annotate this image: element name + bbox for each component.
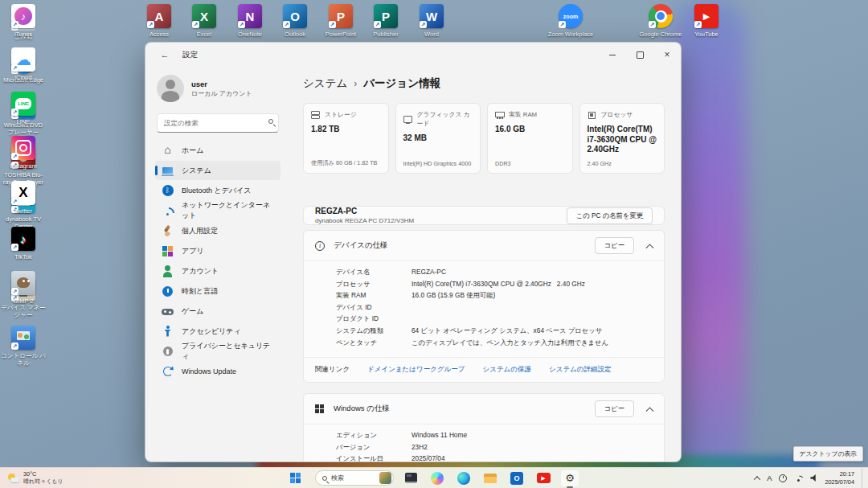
desktop-icon[interactable]: Twitter [0, 181, 47, 215]
sidebar-item[interactable]: 時刻と言語 [155, 281, 280, 301]
edge-button[interactable] [454, 470, 473, 487]
start-button[interactable] [289, 470, 308, 487]
sidebar-item-label: Bluetooth とデバイス [182, 186, 252, 196]
spec-label: ペンとタッチ [336, 338, 411, 347]
shortcut-arrow-icon [11, 153, 18, 160]
desktop-icon[interactable]: Access [136, 4, 182, 38]
desktop-icon-label: Excel [197, 31, 211, 38]
collapse-chevron-icon[interactable] [646, 408, 654, 416]
spec-value: Windows 11 Home [411, 431, 467, 439]
sidebar-item[interactable]: ゲーム [155, 301, 280, 321]
twitter-icon [11, 181, 35, 205]
windows-specs-panel: Windows の仕様 コピー エディション Windows 11 Home [303, 393, 665, 461]
sidebar-item[interactable]: プライバシーとセキュリティ [155, 342, 280, 361]
sidebar-item-label: アカウント [182, 266, 219, 277]
settings-main: システム › バージョン情報 ストレージ 1.82 TB 使用済み 60 GB … [289, 67, 681, 461]
desktop-right-icons: iTunes iCloud LINE Instagram Twitter Tik… [0, 0, 47, 488]
sidebar-item[interactable]: 個人用設定 [155, 221, 280, 240]
desktop-icon[interactable]: Publisher [362, 4, 409, 38]
desktop-icon[interactable]: Word [408, 4, 455, 38]
show-desktop-tooltip: デスクトップの表示 [793, 446, 863, 461]
shortcut-arrow-icon [147, 21, 154, 28]
desktop-icon[interactable]: YouTube [683, 4, 730, 38]
settings-search-input[interactable] [157, 113, 279, 133]
show-desktop-button[interactable] [862, 468, 865, 488]
desktop-icon[interactable]: GIMP 2 [0, 271, 47, 305]
desktop-icon[interactable]: Zoom Workplace [547, 4, 594, 38]
related-link[interactable]: システムの保護 [483, 365, 532, 375]
sidebar-item[interactable]: Bluetooth とデバイス [155, 181, 280, 200]
shortcut-arrow-icon [649, 21, 656, 28]
outlook-icon [510, 472, 523, 485]
settings-taskbar-button[interactable] [560, 470, 579, 487]
spec-card-value: 32 MB [403, 133, 473, 144]
desktop-icon[interactable]: Instagram [0, 136, 47, 170]
rename-pc-button[interactable]: この PC の名前を変更 [567, 207, 653, 224]
gear-icon [565, 472, 575, 484]
user-account[interactable]: user ローカル アカウント [155, 70, 280, 112]
line-icon [11, 92, 35, 116]
youtube-button[interactable] [534, 470, 553, 487]
desktop-icon-label: OneNote [238, 31, 262, 38]
search-icon [268, 119, 273, 124]
clock[interactable]: 20:17 2025/07/04 [825, 470, 854, 485]
device-specs-panel: デバイスの仕様 コピー デバイス名 REGZA-PC [303, 230, 665, 383]
weather-condition: 晴れ時々くもり [23, 478, 63, 485]
taskbar-center: 検索 [289, 468, 579, 488]
desktop-icon[interactable]: iCloud [0, 47, 47, 81]
spec-card: プロセッサ Intel(R) Core(TM) i7-3630QM CPU @ … [579, 103, 665, 174]
copilot-button[interactable] [428, 470, 447, 487]
weather-widget[interactable]: 30°C 晴れ時々くもり [0, 468, 72, 488]
spec-label: インストール日 [336, 454, 411, 461]
breadcrumb-separator-icon: › [354, 78, 357, 89]
sidebar-item[interactable]: アカウント [155, 261, 280, 281]
file-explorer-button[interactable] [481, 470, 500, 487]
gimp-icon [11, 271, 35, 295]
spec-card-value: 1.82 TB [311, 125, 381, 135]
desktop-icon[interactable]: LINE [0, 92, 47, 125]
maximize-button[interactable] [626, 43, 653, 67]
sidebar-item[interactable]: アプリ [155, 241, 280, 260]
related-link[interactable]: ドメインまたはワークグループ [367, 365, 465, 375]
tray-overflow-chevron-icon[interactable] [754, 476, 760, 482]
sidebar-item[interactable]: システム [155, 161, 280, 180]
desktop-icon[interactable]: OneNote [227, 4, 273, 38]
related-link[interactable]: システムの詳細設定 [549, 365, 612, 375]
breadcrumb-parent[interactable]: システム [303, 76, 347, 91]
sidebar-item[interactable]: ネットワークとインターネット [155, 201, 280, 220]
copy-device-specs-button[interactable]: コピー [595, 237, 634, 254]
desktop-icon[interactable]: TikTok [0, 227, 47, 260]
back-button[interactable] [155, 47, 174, 63]
sidebar-item[interactable]: Windows Update [155, 362, 280, 381]
desktop-icon[interactable]: iTunes [0, 4, 47, 38]
taskbar-dark-app-button[interactable] [401, 470, 420, 487]
volume-icon[interactable] [810, 474, 817, 482]
desktop-icon[interactable]: PowerPoint [317, 4, 364, 38]
spec-label: バージョン [336, 443, 411, 452]
sidebar-item[interactable]: ホーム [155, 141, 280, 160]
minimize-button[interactable] [599, 43, 626, 67]
powerpoint-icon [329, 4, 353, 28]
desktop-icon-label: iTunes [14, 31, 32, 38]
spec-label: プロダクト ID [336, 314, 411, 323]
wifi-icon[interactable] [794, 474, 803, 482]
tray-status-icon[interactable] [779, 474, 787, 482]
sidebar-item[interactable]: アクセシビリティ [155, 322, 280, 341]
desktop-icon[interactable]: Google Chrome [637, 4, 684, 38]
ime-indicator[interactable]: A [767, 474, 772, 482]
desktop-icon[interactable]: Excel [181, 4, 227, 38]
taskbar-search[interactable]: 検索 [315, 470, 394, 486]
spec-row: プロセッサ Intel(R) Core(TM) i7-3630QM CPU @ … [336, 280, 653, 292]
spec-label: デバイス ID [336, 303, 411, 312]
user-name: user [191, 80, 252, 88]
collapse-chevron-icon[interactable] [646, 244, 654, 252]
copy-windows-specs-button[interactable]: コピー [595, 400, 634, 417]
icloud-icon [11, 47, 35, 72]
desktop-icon[interactable]: Outlook [272, 4, 318, 38]
sidebar-item-label: 個人用設定 [182, 226, 218, 236]
desktop-icon-label: Access [149, 31, 169, 38]
windows-specs-title: Windows の仕様 [334, 404, 390, 414]
shortcut-arrow-icon [374, 21, 381, 28]
close-button[interactable] [653, 43, 681, 67]
outlook-button[interactable] [507, 470, 526, 487]
